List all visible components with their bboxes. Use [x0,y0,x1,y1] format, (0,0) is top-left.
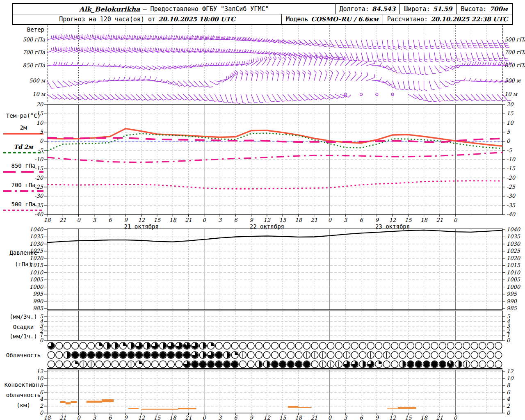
wind-barb [497,94,502,101]
wind-barb-tick [151,36,151,39]
wind-barb-tick [249,59,249,63]
wind-barb [351,60,357,66]
wind-barb [393,40,393,48]
axis-tick-label: 10 [36,120,43,126]
wind-barb-tick [314,71,316,73]
wind-barb-tick [442,48,445,48]
hour-label: 9 [249,415,253,420]
axis-tick-label: 6 [40,389,44,395]
hour-label: 0 [77,415,81,420]
cloud-cover-symbol [120,361,127,368]
cloud-cover-symbol [391,361,398,368]
wind-barb-tick [203,49,204,52]
wind-barb-tick [409,59,412,60]
axis-tick-label: 985 [507,305,517,311]
wind-barb-tick [445,68,447,70]
wind-barb-tick [409,48,413,49]
wind-barb-tick [505,61,509,61]
wind-barb-tick [475,62,476,65]
wind-barb-tick [160,79,162,82]
cloud-fill [224,361,230,368]
wind-barb-tick [158,48,159,51]
axis-tick-label: -40 [507,211,516,217]
cloud-cover-symbol [327,342,334,349]
wind-barb-tick [393,61,397,62]
wind-barb-tick [414,46,418,47]
wind-barb-tick [59,35,59,38]
axis-tick-label: 5 [507,129,510,135]
wind-barb-tick [411,74,415,74]
wind-barb-tick [171,36,172,39]
cloud-fill [216,361,222,368]
wind-barb-tick [87,47,87,50]
wind-barb [387,52,388,61]
axis-tick-label: 1020 [507,255,521,261]
wind-barb-tick [92,34,93,38]
wind-barb-tick [274,55,276,58]
axis-tick-label: 2 [507,403,510,409]
wind-barb-tick [424,89,427,91]
wind-barb [335,40,339,48]
axis-tick-label: 1040 [507,226,521,233]
wind-barb [429,40,431,48]
wind-barb-tick [500,62,502,65]
axis-tick-label: 12 [36,368,43,374]
convective-cloud-bar [387,408,398,409]
wind-barb-tick [404,59,407,60]
hour-label: 9 [375,415,379,420]
cloud-cover-symbol [495,361,502,368]
wind-barb-tick [210,100,213,101]
wind-barb-tick [378,46,381,47]
wind-barb-tick [441,44,444,44]
hour-label: 9 [124,415,128,420]
wind-barb-tick [200,48,201,52]
wind-barb [445,94,450,101]
wind-barb-tick [106,48,106,51]
wind-barb-tick [441,46,445,46]
wind-barb [434,94,439,101]
cloud-fill [104,352,110,358]
wind-barb [267,72,269,81]
wind-barb-tick [395,89,399,89]
cloud-cover-symbol [263,352,270,358]
cloud-cover-symbol [240,342,247,349]
wind-barb-tick [171,48,171,51]
wind-barb-tick [260,73,263,75]
hour-label: 3 [93,217,97,223]
wind-barb-tick [350,56,351,59]
wind-barb-tick [487,100,491,101]
wind-barb-tick [153,36,154,39]
wind-barb-tick [414,59,417,60]
wind-barb-tick [116,98,119,100]
wind-barb-tick [354,48,357,48]
cloud-cover-symbol [256,352,262,358]
wind-barb [345,74,350,81]
wind-barb [413,66,416,74]
axis-tick-label: -15 [507,165,516,171]
cloud-cover-symbol [463,352,470,358]
wind-barb-tick [288,100,291,101]
wind-barb-tick [177,49,178,52]
wind-barb [424,66,426,74]
wind-barb-tick [453,48,456,48]
wind-barb-tick [424,100,427,101]
wind-barb-tick [292,73,294,75]
cloud-cover-symbol [72,342,79,349]
wind-barb-tick [51,48,52,51]
wind-level-label: 700 гПа [504,49,525,55]
wind-barb-tick [167,48,167,52]
axis-tick-label: -5 [38,147,43,153]
wind-barb-tick [461,99,465,100]
cloud-cover-symbol [247,361,254,368]
cloud-cover-symbol [247,352,254,358]
wind-barb-tick [297,73,300,75]
cloud-fill [424,361,430,368]
wind-barb-tick [208,35,208,39]
cloud-cover-symbol [359,352,366,358]
convective-cloud-bar [60,401,66,403]
wind-barb [413,81,414,89]
wind-barb-tick [59,62,60,65]
wind-level-label: 700 гПа [23,49,45,55]
cloud-cover-symbol [415,352,422,358]
wind-barb-tick [228,103,231,103]
